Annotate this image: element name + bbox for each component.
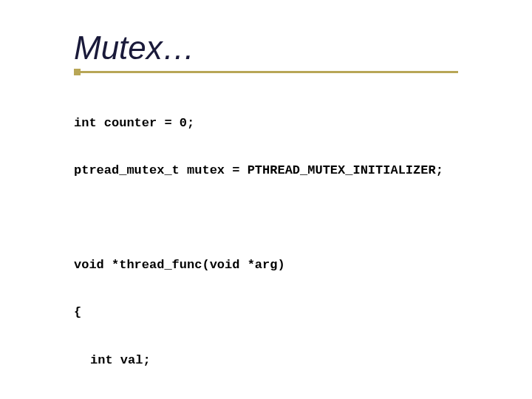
slide-title: Mutex… — [74, 30, 532, 66]
code-line: { — [74, 304, 532, 320]
code-line: void *thread_func(void *arg) — [74, 257, 532, 273]
slide-container: Mutex… int counter = 0; ptread_mutex_t m… — [0, 0, 532, 399]
title-block: Mutex… — [74, 30, 532, 73]
code-line: int val; — [74, 352, 532, 368]
title-underline — [74, 71, 458, 73]
code-line: int counter = 0; — [74, 115, 532, 131]
code-line: ptread_mutex_t mutex = PTHREAD_MUTEX_INI… — [74, 163, 532, 178]
code-block: int counter = 0; ptread_mutex_t mutex = … — [74, 83, 532, 399]
code-blank-line — [74, 210, 532, 225]
